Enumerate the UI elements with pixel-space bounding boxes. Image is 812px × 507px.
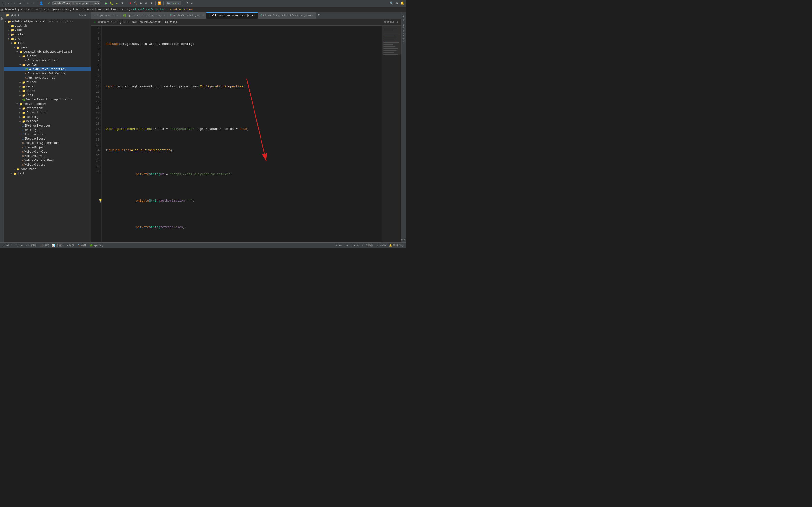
user-icon[interactable]: 👤 xyxy=(39,1,43,5)
tree-com[interactable]: ▼ 📁 com.github.zxbu.webdavteambi xyxy=(4,50,91,54)
panel-minus-icon[interactable]: — xyxy=(87,13,89,17)
tab-aliyundriver[interactable]: -aliyundriver) × xyxy=(91,12,120,18)
tab-close[interactable]: × xyxy=(254,14,255,17)
tree-webdavapp[interactable]: 🌿 WebdavTeambitionApplicatio xyxy=(4,98,91,102)
tree-locking[interactable]: ▷ 📁 locking xyxy=(4,115,91,119)
forward-icon[interactable]: ▷ xyxy=(12,1,16,5)
coverage-icon[interactable]: ▶ xyxy=(115,1,119,5)
bc-zxbu[interactable]: zxbu xyxy=(83,8,89,11)
structure-label[interactable]: 结构 xyxy=(0,12,4,15)
coverage2-icon[interactable]: ◉ xyxy=(139,1,143,5)
bc-com[interactable]: com xyxy=(62,8,67,11)
tree-aliyundriveproperties[interactable]: 🌿 AliYunDriveProperties xyxy=(4,67,91,71)
menu-icon[interactable]: ☰ xyxy=(2,1,6,5)
back-icon[interactable]: ◁ xyxy=(7,1,11,5)
nav-forward-icon[interactable]: ➡ xyxy=(31,1,35,5)
tree-model[interactable]: ▷ 📁 model xyxy=(4,84,91,89)
linesep-status[interactable]: LF xyxy=(345,244,348,247)
tab-aliyundriveproperties[interactable]: C AliYunDriveProperties.java × xyxy=(206,12,258,18)
encoding-status[interactable]: UTF-8 xyxy=(351,244,359,247)
bc-main[interactable]: main xyxy=(43,8,49,11)
favorites-label[interactable]: ★ xyxy=(0,15,4,20)
tree-fromcatalina[interactable]: ▷ 📁 fromcatalina xyxy=(4,111,91,115)
project-dropdown[interactable]: WebdavTeambitionApplication ▼ xyxy=(52,1,100,5)
stop-icon[interactable]: ■ xyxy=(128,1,132,5)
check-icon[interactable]: ✓ xyxy=(47,1,51,5)
tree-main[interactable]: ▼ 📁 main xyxy=(4,41,91,45)
tab-close[interactable]: × xyxy=(312,14,313,17)
bc-webdav[interactable]: webdavteambition xyxy=(92,8,117,11)
bc-java[interactable]: java xyxy=(52,8,59,11)
tree-netsf[interactable]: ▼ 📁 net.sf.webdav xyxy=(4,102,91,106)
build-label[interactable]: 构建 xyxy=(0,20,4,23)
tree-autoconfig[interactable]: C AliYunDriverAutoConfig xyxy=(4,71,91,76)
event-log-status[interactable]: 🔔 事件日志 xyxy=(389,243,404,247)
tree-util[interactable]: ▷ 📁 util xyxy=(4,93,91,98)
undo-icon[interactable]: ↩ xyxy=(190,1,194,5)
tree-localfilesystemstore[interactable]: C LocalFileSystemStore xyxy=(4,141,91,145)
vcs-icon[interactable]: 🔀 xyxy=(158,1,161,5)
tree-github[interactable]: ▷ 📁 .github xyxy=(4,24,91,28)
code-editor[interactable]: 1 2 3 4 5 6 7 8 9 10 11 12 13 14 15 18 1 xyxy=(91,25,401,242)
problems-status[interactable]: ⚠ 0 问题 xyxy=(26,243,37,247)
settings-icon[interactable]: ⚙ xyxy=(397,20,398,24)
tree-iwebdavstore[interactable]: I IWebdavStore xyxy=(4,137,91,141)
tab-aliyundriverclientservice[interactable]: C AliYunDriverClientService.java × xyxy=(258,12,316,18)
tree-config[interactable]: ▼ 📁 config xyxy=(4,63,91,67)
tree-itransaction[interactable]: I ITransaction xyxy=(4,132,91,137)
tree-imimetyper[interactable]: I IMimeTyper xyxy=(4,128,91,132)
tree-tomcatconfig[interactable]: C AuthTomcatConfig xyxy=(4,76,91,80)
tree-exceptions[interactable]: ▷ 📁 exceptions xyxy=(4,106,91,111)
tab-dropdown[interactable]: ▼ xyxy=(316,13,322,17)
bc-github[interactable]: github xyxy=(70,8,80,11)
tree-resources[interactable]: ▷ 📁 resources xyxy=(4,167,91,171)
tree-webdavservlet[interactable]: C WebdavServlet xyxy=(4,154,91,158)
tree-webdavstatus[interactable]: C WebdavStatus xyxy=(4,163,91,167)
tree-store[interactable]: ▷ 📁 store xyxy=(4,89,91,93)
tree-filter[interactable]: ▷ 📁 filter xyxy=(4,80,91,84)
todo-status[interactable]: ☐ TODO xyxy=(14,244,23,247)
profile-icon[interactable]: ⊕ xyxy=(144,1,148,5)
json-formatter-label[interactable]: JSON Formatter xyxy=(402,23,406,45)
branch-status[interactable]: ⎇ main xyxy=(376,244,386,247)
hammer-icon[interactable]: 🔨 xyxy=(134,1,138,5)
tree-storedobject[interactable]: C StoredObject xyxy=(4,145,91,150)
bc-config[interactable]: config xyxy=(120,8,130,11)
tab-application[interactable]: 🌿 application.properties × xyxy=(120,12,167,18)
tree-idea[interactable]: ▷ 📁 .idea xyxy=(4,28,91,32)
git-status[interactable]: ⎇ Git xyxy=(2,244,11,247)
tab-close[interactable]: × xyxy=(116,14,118,17)
tree-root[interactable]: ▼ 📁 webdav-aliyundriver ~/Documents/git/… xyxy=(4,19,91,24)
more-run-icon[interactable]: ▼ xyxy=(120,1,124,5)
refresh-icon[interactable]: ↺ xyxy=(18,1,22,5)
tree-imethodexecutor[interactable]: I IMethodExecutor xyxy=(4,124,91,128)
build-status[interactable]: 🔨 构建 xyxy=(77,243,87,247)
bc-field[interactable]: ⚡ authorization xyxy=(170,8,194,11)
tree-src[interactable]: ▼ 📁 src xyxy=(4,37,91,41)
settings-icon[interactable]: ⚙ xyxy=(395,1,399,5)
endpoints-status[interactable]: ⊕ 端点 xyxy=(67,243,74,247)
notifications-icon[interactable]: 🔔 xyxy=(400,1,404,5)
timer-icon[interactable]: ⏱ xyxy=(185,1,189,5)
tree-client[interactable]: ▷ 📁 client xyxy=(4,54,91,58)
tree-docker[interactable]: ▷ 📁 docker xyxy=(4,32,91,37)
tree-transaction[interactable]: C WebdavServlet xyxy=(4,150,91,154)
notif-dismiss-button[interactable]: 隐藏通知 xyxy=(384,20,395,24)
tab-close[interactable]: × xyxy=(202,14,204,17)
tab-close[interactable]: × xyxy=(164,14,165,17)
tree-aliyundriverclient[interactable]: C AliYunDriverClient xyxy=(4,58,91,63)
maven-label[interactable]: Maven xyxy=(402,13,406,22)
bc-class[interactable]: AliYunDriveProperties xyxy=(133,8,167,11)
analysis-status[interactable]: 📊 分析器 xyxy=(52,243,64,247)
debug-icon[interactable]: 🐛 xyxy=(110,1,114,5)
nav-back-icon[interactable]: ⬅ xyxy=(26,1,30,5)
terminal-status[interactable]: ⬛ 终端 xyxy=(39,243,49,247)
panel-dropdown-arrow[interactable]: ▼ xyxy=(18,14,19,17)
tree-java[interactable]: ▼ 📁 java xyxy=(4,45,91,50)
panel-gear-icon[interactable]: ⚙ xyxy=(79,13,81,17)
panel-settings-icon[interactable]: ≡ xyxy=(84,13,86,17)
search-icon[interactable]: 🔍 xyxy=(390,1,394,5)
bc-src[interactable]: src xyxy=(35,8,40,11)
bc-root[interactable]: webdav-aliyundriver xyxy=(2,8,32,11)
tab-webdavservlet[interactable]: C WebdavServlet.java × xyxy=(168,12,206,18)
